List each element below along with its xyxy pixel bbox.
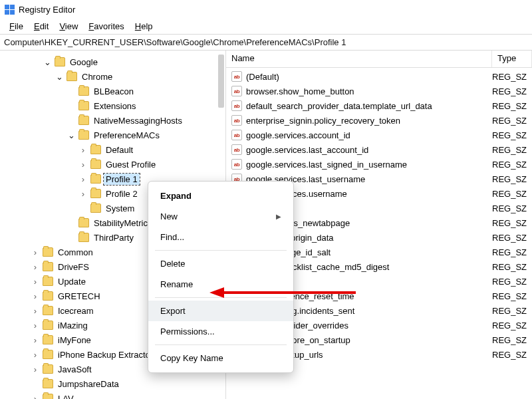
chevron-down-icon[interactable]: ⌄ — [43, 57, 52, 67]
ctx-new[interactable]: New▶ — [148, 206, 293, 227]
value-type: REG_SZ — [492, 335, 532, 345]
ctx-delete[interactable]: Delete — [148, 253, 293, 274]
tree-label: Default — [104, 144, 135, 156]
tree-item-lav[interactable]: ›LAV — [0, 391, 225, 399]
tree-label: NativeMessagingHosts — [92, 115, 184, 126]
context-menu: Expand New▶ Find... Delete Rename Export… — [148, 181, 294, 373]
list-row[interactable]: abgoogle.services.account_idREG_SZ — [226, 128, 532, 142]
ctx-export[interactable]: Export — [148, 301, 293, 321]
chevron-down-icon[interactable]: ⌄ — [66, 130, 76, 140]
value-type: REG_SZ — [492, 262, 532, 272]
tree-item-chrome[interactable]: ⌄Chrome — [0, 69, 225, 84]
folder-icon — [78, 218, 89, 227]
chevron-right-icon[interactable]: › — [31, 291, 40, 301]
chevron-down-icon[interactable]: ⌄ — [55, 72, 64, 82]
ctx-find[interactable]: Find... — [148, 227, 293, 247]
menu-favorites[interactable]: Favorites — [83, 20, 129, 33]
string-value-icon: ab — [231, 144, 242, 155]
list-row[interactable]: abdefault_search_provider_data.template_… — [226, 98, 532, 113]
ctx-permissions[interactable]: Permissions... — [148, 321, 293, 342]
chevron-right-icon[interactable]: › — [78, 189, 88, 199]
list-header: Name Type — [226, 51, 532, 68]
tree-label: GRETECH — [56, 291, 102, 302]
window-title: Registry Editor — [19, 5, 75, 15]
chevron-right-icon[interactable]: › — [31, 335, 40, 345]
value-type: REG_SZ — [492, 86, 532, 96]
list-row[interactable]: abgoogle.services.last_signed_in_usernam… — [226, 157, 532, 172]
chevron-right-icon[interactable]: › — [78, 145, 88, 155]
tree-item-blbeacon[interactable]: BLBeacon — [0, 84, 225, 98]
value-type: REG_SZ — [492, 101, 532, 111]
chevron-right-icon[interactable]: › — [78, 174, 88, 184]
chevron-right-icon[interactable]: › — [78, 160, 88, 170]
value-name: (Default) — [246, 72, 492, 82]
folder-icon — [78, 233, 89, 242]
ctx-expand[interactable]: Expand — [148, 186, 293, 206]
ctx-label: Delete — [160, 259, 186, 269]
tree-label: JavaSoft — [56, 364, 94, 375]
folder-icon — [78, 116, 89, 125]
tree-item-nativemsg[interactable]: NativeMessagingHosts — [0, 113, 225, 128]
menu-file[interactable]: File — [4, 20, 29, 33]
tree-item-google[interactable]: ⌄Google — [0, 55, 225, 69]
ctx-label: New — [160, 211, 178, 221]
value-name: google.services.last_account_id — [246, 145, 492, 155]
folder-icon — [43, 350, 53, 359]
chevron-right-icon[interactable]: › — [31, 306, 40, 316]
value-name: browser.show_home_button — [246, 86, 492, 96]
list-row[interactable]: abgoogle.services.last_account_idREG_SZ — [226, 142, 532, 157]
tree-item-default[interactable]: ›Default — [0, 142, 225, 157]
value-type: REG_SZ — [492, 218, 532, 228]
tree-item-jumpshare[interactable]: JumpshareData — [0, 376, 225, 391]
value-type: REG_SZ — [492, 160, 532, 170]
tree-item-guest[interactable]: ›Guest Profile — [0, 157, 225, 172]
folder-icon — [78, 130, 89, 140]
value-type: REG_SZ — [492, 145, 532, 155]
list-row[interactable]: abbrowser.show_home_buttonREG_SZ — [226, 84, 532, 98]
tree-label: iMyFone — [56, 334, 93, 346]
folder-icon — [43, 321, 53, 330]
value-type: REG_SZ — [492, 130, 532, 140]
folder-icon — [90, 160, 101, 169]
string-value-icon: ab — [231, 130, 242, 140]
list-row[interactable]: abenterprise_signin.policy_recovery_toke… — [226, 113, 532, 128]
chevron-right-icon[interactable]: › — [31, 277, 40, 287]
chevron-right-icon[interactable]: › — [31, 321, 40, 331]
column-header-type[interactable]: Type — [492, 51, 532, 67]
column-header-name[interactable]: Name — [226, 51, 492, 67]
address-bar[interactable]: Computer\HKEY_CURRENT_USER\Software\Goog… — [0, 35, 532, 51]
tree-label: PreferenceMACs — [92, 130, 162, 141]
value-type: REG_SZ — [492, 203, 532, 213]
string-value-icon: ab — [231, 100, 242, 111]
ctx-label: Copy Key Name — [160, 353, 223, 363]
folder-icon — [43, 379, 53, 388]
chevron-right-icon[interactable]: › — [31, 262, 40, 272]
chevron-right-icon[interactable]: › — [31, 350, 40, 360]
tree-scrollbar-thumb[interactable] — [218, 55, 224, 108]
tree-item-extensions[interactable]: Extensions — [0, 98, 225, 113]
ctx-copy-key[interactable]: Copy Key Name — [148, 348, 293, 368]
menubar: File Edit View Favorites Help — [0, 19, 532, 35]
menu-help-label: elp — [141, 21, 152, 31]
tree-label: LAV — [56, 393, 76, 400]
menu-view[interactable]: View — [54, 20, 83, 33]
folder-icon — [90, 174, 101, 184]
menu-edit[interactable]: Edit — [29, 20, 54, 33]
tree-item-prefmacs[interactable]: ⌄PreferenceMACs — [0, 128, 225, 142]
tree-label-selected: Profile 1 — [104, 174, 140, 185]
submenu-arrow-icon: ▶ — [276, 213, 281, 220]
list-row[interactable]: ab(Default)REG_SZ — [226, 69, 532, 84]
folder-icon — [43, 306, 53, 315]
string-value-icon: ab — [231, 115, 242, 126]
tree-label: System — [104, 203, 136, 214]
folder-icon — [90, 203, 101, 213]
chevron-right-icon[interactable]: › — [31, 364, 40, 374]
tree-label: DriveFS — [56, 261, 91, 273]
value-type: REG_SZ — [492, 233, 532, 243]
chevron-right-icon[interactable]: › — [31, 247, 40, 257]
chevron-right-icon[interactable]: › — [31, 394, 40, 400]
ctx-rename[interactable]: Rename — [148, 274, 293, 295]
regedit-app-icon — [4, 4, 15, 15]
menu-help[interactable]: Help — [130, 20, 158, 33]
tree-label: StabilityMetrics — [92, 217, 154, 229]
